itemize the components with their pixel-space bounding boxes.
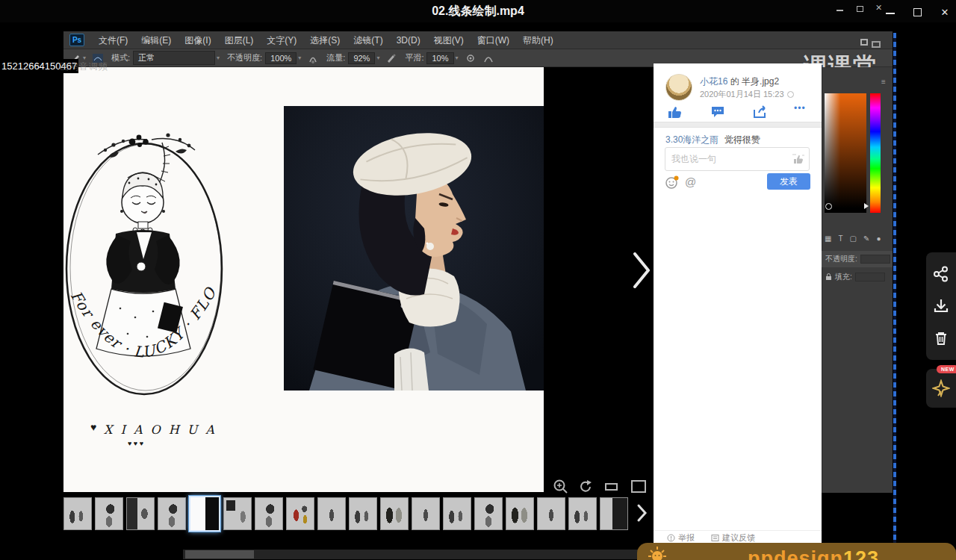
author-name[interactable]: 小花16 bbox=[700, 76, 727, 87]
download-icon[interactable] bbox=[933, 298, 949, 314]
window-close-icon[interactable]: ✕ bbox=[937, 6, 953, 19]
opacity-value[interactable]: 100% bbox=[265, 52, 297, 64]
thumbnail-view-icon[interactable] bbox=[603, 479, 620, 494]
menu-item[interactable]: 图层(L) bbox=[218, 31, 261, 49]
filmstrip-thumb[interactable] bbox=[286, 497, 314, 530]
menu-item[interactable]: 窗口(W) bbox=[471, 31, 516, 49]
sparkle-pin-icon[interactable] bbox=[932, 379, 950, 397]
menu-item[interactable]: 选择(S) bbox=[303, 31, 347, 49]
color-picker-marker[interactable] bbox=[825, 203, 832, 210]
mention-icon[interactable]: @ bbox=[685, 175, 696, 188]
layers-filter-icon[interactable]: ✎ bbox=[863, 234, 869, 243]
signature-hearts-row: ♥ ♥ ♥ bbox=[128, 440, 143, 447]
smoothing-gear-icon[interactable] bbox=[465, 52, 477, 64]
ps-close-icon[interactable]: ✕ bbox=[875, 3, 882, 13]
layers-filter-icon[interactable]: ● bbox=[876, 234, 881, 243]
layers-opacity-field[interactable] bbox=[860, 255, 890, 264]
flow-chevron-icon[interactable]: ▾ bbox=[376, 55, 379, 61]
hue-slider-marker[interactable] bbox=[864, 203, 869, 209]
post-date: 2020年01月14日 15:23 bbox=[700, 89, 794, 100]
filmstrip-thumb[interactable] bbox=[158, 497, 186, 530]
filmstrip-thumb[interactable] bbox=[63, 497, 92, 530]
pressure-size-icon[interactable] bbox=[482, 52, 494, 64]
filmstrip-thumb[interactable] bbox=[600, 497, 628, 530]
filmstrip-thumb[interactable] bbox=[537, 497, 565, 530]
menu-item[interactable]: 文字(Y) bbox=[260, 31, 303, 49]
player-titlebar: 02.线条绘制.mp4 ✕ bbox=[0, 0, 956, 22]
mode-select[interactable]: 正常 bbox=[133, 51, 215, 65]
flow-value[interactable]: 92% bbox=[348, 52, 375, 64]
color-picker-gradient[interactable] bbox=[825, 93, 866, 213]
layers-filter-icon[interactable]: ▢ bbox=[850, 234, 857, 243]
hue-slider[interactable] bbox=[870, 93, 881, 213]
menu-item[interactable]: 滤镜(T) bbox=[347, 31, 389, 49]
menu-item[interactable]: 文件(F) bbox=[92, 31, 134, 49]
share-nodes-icon[interactable] bbox=[933, 266, 949, 282]
menu-item[interactable]: 图像(I) bbox=[178, 31, 217, 49]
trash-icon[interactable] bbox=[933, 330, 949, 346]
filmstrip-thumb[interactable] bbox=[412, 497, 440, 530]
feedback-link[interactable]: 建议反馈 bbox=[711, 532, 755, 544]
filmstrip-thumb[interactable] bbox=[568, 497, 597, 530]
filmstrip-thumb[interactable] bbox=[126, 497, 155, 530]
horizontal-scrollbar-thumb[interactable] bbox=[185, 550, 254, 559]
smoothing-value[interactable]: 10% bbox=[426, 52, 453, 64]
layers-fill-field[interactable] bbox=[855, 273, 885, 281]
pressure-opacity-icon[interactable] bbox=[307, 52, 319, 64]
banner-watermark-text: ppdesign123 bbox=[748, 547, 879, 560]
report-link[interactable]: 举报 bbox=[667, 532, 695, 544]
comment-input[interactable] bbox=[665, 147, 810, 171]
filmstrip-thumb[interactable] bbox=[317, 497, 346, 530]
emoji-picker-icon[interactable] bbox=[665, 175, 679, 189]
liker-name[interactable]: 3.30海洋之雨 bbox=[665, 134, 718, 145]
smoothing-label: 平滑: bbox=[405, 52, 423, 63]
window-maximize-icon[interactable] bbox=[913, 8, 922, 16]
smoothing-chevron-icon[interactable]: ▾ bbox=[456, 55, 459, 61]
panel-menu-icon[interactable]: ≡ bbox=[881, 78, 886, 86]
menu-item[interactable]: 3D(D) bbox=[390, 31, 427, 49]
phone-watermark-suffix: 画鸿音调频 bbox=[60, 60, 108, 73]
like-icon[interactable] bbox=[667, 105, 683, 119]
avatar[interactable] bbox=[665, 74, 692, 101]
portrait-photo bbox=[284, 106, 544, 391]
fullscreen-icon[interactable] bbox=[630, 479, 648, 494]
ps-minimize-icon[interactable] bbox=[836, 10, 843, 11]
filmstrip-thumb[interactable] bbox=[349, 497, 377, 530]
filmstrip-thumb[interactable] bbox=[223, 497, 252, 530]
window-minimize-icon[interactable] bbox=[886, 13, 895, 14]
airbrush-icon[interactable] bbox=[385, 52, 397, 64]
next-image-chevron-icon[interactable] bbox=[632, 251, 651, 290]
publish-button[interactable]: 发表 bbox=[767, 173, 810, 190]
layers-filter-icon[interactable]: ▦ bbox=[825, 234, 831, 243]
zoom-in-icon[interactable] bbox=[553, 479, 568, 494]
menu-item[interactable]: 视图(V) bbox=[427, 31, 471, 49]
opacity-chevron-icon[interactable]: ▾ bbox=[298, 55, 301, 61]
layers-filter-row[interactable]: ▦T▢✎● bbox=[825, 234, 890, 243]
quick-like-stamp-icon[interactable] bbox=[791, 153, 804, 165]
lock-icon[interactable] bbox=[825, 273, 832, 281]
menu-item[interactable]: 编辑(E) bbox=[134, 31, 178, 49]
page-scrollbar[interactable] bbox=[893, 33, 896, 547]
filmstrip-thumb[interactable] bbox=[255, 497, 283, 530]
menu-items: 文件(F)编辑(E)图像(I)图层(L)文字(Y)选择(S)滤镜(T)3D(D)… bbox=[92, 31, 560, 49]
filmstrip-thumb[interactable] bbox=[506, 497, 534, 530]
comment-icon[interactable] bbox=[710, 105, 727, 119]
filmstrip-thumb[interactable] bbox=[443, 497, 471, 530]
filmstrip-thumb[interactable] bbox=[95, 497, 123, 530]
menu-item[interactable]: 帮助(H) bbox=[516, 31, 560, 49]
filmstrip-more-chevron-icon[interactable] bbox=[636, 503, 648, 523]
layers-filter-icon[interactable]: T bbox=[838, 234, 842, 243]
filmstrip-thumb[interactable] bbox=[474, 497, 503, 530]
pin-panel bbox=[926, 369, 956, 408]
promo-banner: ppdesign123 bbox=[637, 543, 956, 560]
ps-maximize-icon[interactable] bbox=[857, 6, 863, 12]
rotate-icon[interactable] bbox=[578, 479, 594, 494]
filmstrip-thumb[interactable] bbox=[189, 496, 220, 532]
filmstrip-thumb[interactable] bbox=[380, 497, 409, 530]
layers-fill-row: 填充: bbox=[822, 269, 893, 285]
opacity-label: 不透明度: bbox=[227, 52, 262, 63]
more-icon[interactable]: ••• bbox=[794, 103, 806, 113]
mode-chevron-icon[interactable]: ▾ bbox=[217, 55, 220, 61]
share-icon[interactable] bbox=[753, 105, 769, 119]
layers-opacity-row: 不透明度: bbox=[822, 251, 893, 267]
